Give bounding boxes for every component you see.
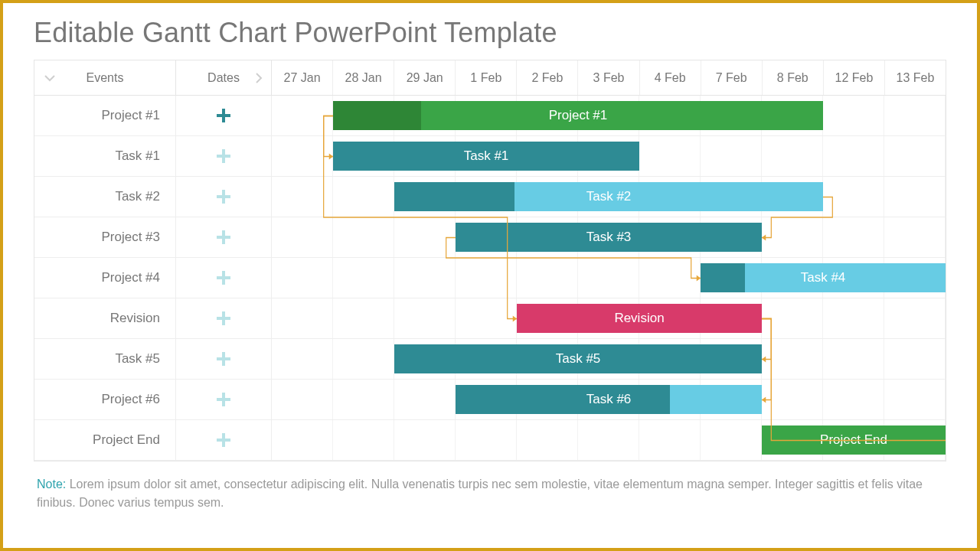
row-track: Project #1: [272, 96, 946, 135]
header-date: 12 Feb: [824, 60, 885, 95]
row-track: Task #5: [272, 339, 946, 379]
gantt-row: Project #6Task #6: [34, 380, 946, 420]
row-event-label: Revision: [34, 298, 176, 338]
plus-icon[interactable]: [217, 190, 230, 204]
row-track: Revision: [272, 298, 946, 338]
footnote-label: Note:: [37, 478, 66, 491]
row-event-label: Project #6: [34, 380, 176, 419]
gantt-row: Project #3Task #3: [34, 217, 946, 258]
plus-icon[interactable]: [217, 393, 230, 406]
page-title: Editable Gantt Chart PowerPoint Template: [3, 3, 977, 60]
row-event-label: Task #2: [34, 177, 176, 217]
header-date: 1 Feb: [456, 60, 517, 95]
gantt-bar-label: Project End: [820, 432, 887, 448]
gantt-row: Task #5Task #5: [34, 339, 946, 380]
row-track: Task #4: [272, 258, 946, 298]
row-event-label: Project End: [34, 420, 176, 460]
chevron-down-icon[interactable]: [44, 72, 56, 84]
row-expand-cell: [176, 339, 272, 379]
row-track: Project End: [272, 420, 946, 460]
header-dates: Dates: [176, 60, 272, 95]
header-events-label: Events: [87, 71, 124, 85]
gantt-row: Task #2Task #2: [34, 177, 946, 217]
footnote: Note: Lorem ipsum dolor sit amet, consec…: [3, 461, 977, 512]
gantt-bar-progress: [394, 182, 514, 211]
gantt-bar-progress: [456, 385, 670, 414]
gantt-header: Events Dates 27 Jan28 Jan29 Jan1 Feb2 Fe…: [34, 60, 946, 96]
gantt-row: Project EndProject End: [34, 420, 946, 461]
gantt-bar[interactable]: Project End: [762, 425, 946, 455]
row-event-label: Project #4: [34, 258, 176, 298]
header-date: 7 Feb: [701, 60, 763, 95]
row-event-label: Task #1: [34, 136, 176, 176]
plus-icon[interactable]: [217, 352, 230, 366]
gantt-row: RevisionRevision: [34, 298, 946, 339]
gantt-bar-label: Task #4: [801, 270, 846, 285]
gantt-bar[interactable]: Task #3: [456, 223, 762, 252]
gantt-bar[interactable]: Task #4: [701, 263, 946, 292]
gantt-bar[interactable]: Task #5: [394, 344, 762, 373]
gantt-row: Project #4Task #4: [34, 258, 946, 298]
header-date: 2 Feb: [517, 60, 578, 95]
row-track: Task #1: [272, 136, 946, 176]
plus-icon[interactable]: [217, 311, 230, 325]
row-event-label: Task #5: [34, 339, 176, 379]
row-track: Task #3: [272, 217, 946, 257]
footnote-text: Lorem ipsum dolor sit amet, consectetur …: [37, 478, 923, 509]
header-date: 4 Feb: [640, 60, 701, 95]
row-event-label: Project #1: [34, 96, 176, 135]
header-events: Events: [34, 60, 176, 95]
gantt-bar-progress: [701, 263, 745, 292]
header-date: 3 Feb: [578, 60, 639, 95]
gantt-bar[interactable]: Task #2: [394, 182, 823, 211]
gantt-bar[interactable]: Project #1: [333, 101, 823, 130]
gantt-bar-progress: [333, 101, 421, 130]
row-event-label: Project #3: [34, 217, 176, 257]
row-expand-cell: [176, 420, 272, 460]
chevron-right-icon[interactable]: [253, 72, 265, 84]
gantt-bar[interactable]: Task #1: [333, 142, 639, 171]
gantt-body: Project #1Project #1Task #1Task #1Task #…: [34, 96, 946, 461]
gantt-bar-label: Task #2: [586, 189, 632, 204]
gantt-bar[interactable]: Task #6: [456, 385, 762, 414]
gantt-row: Task #1Task #1: [34, 136, 946, 177]
row-expand-cell: [176, 217, 272, 257]
row-expand-cell: [176, 298, 272, 338]
header-date-columns: 27 Jan28 Jan29 Jan1 Feb2 Feb3 Feb4 Feb7 …: [272, 60, 946, 95]
plus-icon[interactable]: [217, 109, 230, 122]
row-expand-cell: [176, 258, 272, 298]
header-date: 27 Jan: [272, 60, 333, 95]
gantt-bar-label: Task #1: [464, 148, 509, 164]
plus-icon[interactable]: [217, 230, 230, 244]
plus-icon[interactable]: [217, 149, 230, 163]
gantt-bar-label: Task #5: [556, 351, 601, 367]
gantt-bar-label: Task #6: [586, 392, 632, 407]
header-date: 28 Jan: [333, 60, 394, 95]
header-date: 8 Feb: [763, 60, 824, 95]
plus-icon[interactable]: [217, 433, 230, 447]
header-dates-label: Dates: [207, 71, 240, 85]
row-track: Task #6: [272, 380, 946, 419]
gantt-chart: Events Dates 27 Jan28 Jan29 Jan1 Feb2 Fe…: [34, 60, 946, 461]
gantt-bar[interactable]: Revision: [517, 304, 762, 333]
row-expand-cell: [176, 96, 272, 135]
row-expand-cell: [176, 177, 272, 217]
gantt-bar-label: Revision: [614, 311, 664, 326]
row-track: Task #2: [272, 177, 946, 217]
row-expand-cell: [176, 380, 272, 419]
gantt-row: Project #1Project #1: [34, 96, 946, 136]
gantt-bar-label: Task #3: [586, 230, 632, 245]
plus-icon[interactable]: [217, 271, 230, 285]
header-date: 13 Feb: [885, 60, 946, 95]
header-date: 29 Jan: [394, 60, 456, 95]
gantt-bar-label: Project #1: [549, 108, 608, 123]
row-expand-cell: [176, 136, 272, 176]
